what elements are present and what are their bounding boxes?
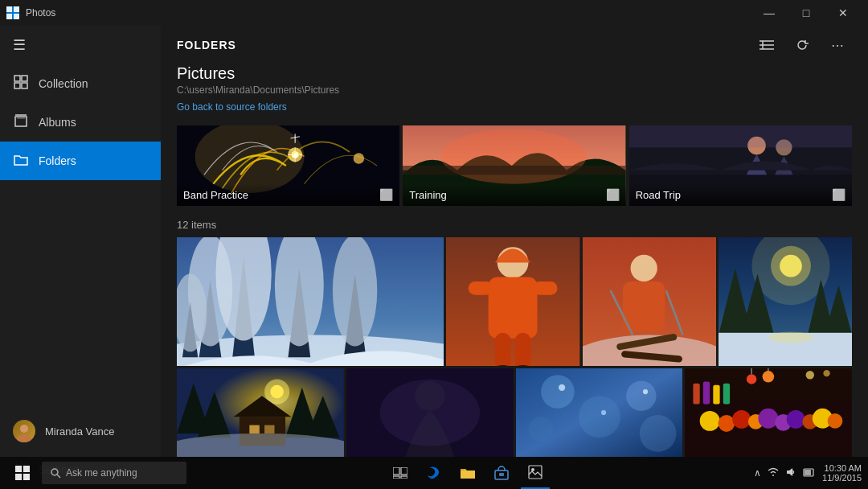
scroll-area[interactable]: Pictures C:\users\Miranda\Documents\Pict… — [161, 64, 868, 489]
svg-rect-123 — [499, 473, 504, 476]
photo-item-6[interactable] — [346, 368, 514, 457]
svg-rect-4 — [14, 76, 20, 81]
app-title: Photos — [26, 7, 55, 18]
svg-rect-7 — [22, 83, 27, 88]
svg-point-89 — [642, 389, 647, 394]
svg-rect-1 — [14, 6, 19, 12]
svg-rect-115 — [23, 474, 30, 480]
search-bar[interactable]: Ask me anything — [42, 462, 186, 484]
file-explorer-button[interactable] — [453, 457, 482, 489]
minimize-button[interactable]: — — [751, 0, 788, 26]
list-view-button[interactable] — [752, 31, 781, 60]
svg-point-84 — [626, 381, 656, 411]
taskbar-left: Ask me anything — [6, 457, 186, 489]
app-container: ☰ Collection Albums — [0, 26, 868, 489]
svg-point-85 — [528, 417, 553, 442]
volume-icon[interactable] — [785, 467, 796, 479]
edge-button[interactable] — [420, 457, 448, 489]
svg-point-22 — [354, 153, 365, 164]
pictures-section: Pictures C:\users\Miranda\Documents\Pict… — [177, 64, 852, 125]
svg-point-86 — [639, 415, 676, 452]
clock[interactable]: 10:30 AM 11/9/2015 — [822, 463, 862, 483]
folders-icon — [13, 152, 29, 170]
user-name: Miranda Vance — [45, 425, 114, 438]
svg-point-111 — [824, 370, 830, 376]
folder-label-band-practice: Band Practice ⬜ — [177, 183, 399, 206]
photo-item-5[interactable] — [177, 368, 344, 457]
svg-rect-113 — [23, 466, 30, 472]
hamburger-icon: ☰ — [13, 36, 26, 54]
svg-rect-75 — [264, 425, 274, 434]
svg-rect-112 — [15, 466, 22, 472]
more-options-button[interactable]: ⋯ — [823, 31, 852, 60]
albums-icon — [13, 113, 29, 131]
store-button[interactable] — [487, 457, 516, 489]
time-display: 10:30 AM — [822, 463, 862, 473]
avatar — [13, 420, 35, 442]
photo-item-1[interactable] — [177, 237, 444, 366]
start-button[interactable] — [6, 457, 39, 489]
svg-rect-102 — [694, 384, 700, 405]
hamburger-button[interactable]: ☰ — [0, 26, 161, 64]
svg-point-98 — [787, 410, 805, 429]
folder-card-road-trip[interactable]: Road Trip ⬜ — [629, 125, 852, 206]
folder-name-band-practice: Band Practice — [183, 189, 248, 201]
folder-name-training: Training — [409, 189, 446, 201]
svg-line-117 — [57, 475, 60, 478]
more-icon: ⋯ — [831, 38, 844, 53]
search-text: Ask me anything — [66, 467, 137, 479]
photo-row-1 — [177, 237, 852, 366]
folder-label-training: Training ⬜ — [403, 183, 625, 206]
search-icon — [50, 467, 61, 479]
svg-rect-48 — [533, 281, 557, 295]
collection-icon — [13, 75, 29, 92]
sidebar-item-albums[interactable]: Albums — [0, 103, 161, 142]
task-view-button[interactable] — [386, 457, 415, 489]
svg-point-94 — [732, 410, 751, 429]
svg-point-87 — [558, 384, 564, 391]
sidebar-item-collection[interactable]: Collection — [0, 64, 161, 103]
folder-label-road-trip: Road Trip ⬜ — [629, 183, 852, 206]
svg-point-125 — [531, 468, 534, 471]
refresh-button[interactable] — [788, 31, 817, 60]
system-tray: ∧ — [749, 467, 819, 479]
photo-item-8[interactable] — [685, 368, 852, 457]
network-icon[interactable] — [768, 467, 779, 479]
user-profile[interactable]: Miranda Vance — [0, 412, 161, 450]
taskbar-icons — [386, 457, 550, 489]
photo-item-3[interactable] — [583, 237, 716, 366]
pictures-title: Pictures — [177, 64, 852, 83]
toolbar-title: FOLDERS — [177, 39, 236, 51]
back-to-folders-link[interactable]: Go back to source folders — [177, 101, 287, 113]
sidebar-item-folders[interactable]: Folders — [0, 142, 161, 180]
svg-rect-105 — [723, 384, 730, 405]
svg-point-83 — [578, 396, 620, 438]
title-bar: Photos — □ ✕ — [0, 0, 868, 26]
svg-point-11 — [20, 425, 28, 433]
svg-rect-5 — [22, 76, 27, 81]
svg-rect-50 — [515, 333, 530, 366]
taskbar: Ask me anything — [0, 457, 868, 489]
svg-point-42 — [333, 237, 377, 346]
folder-card-training[interactable]: Training ⬜ — [403, 125, 625, 206]
main-content: FOLDERS ⋯ — [161, 26, 868, 489]
svg-point-67 — [768, 331, 813, 343]
photo-item-2[interactable] — [446, 237, 579, 366]
svg-point-116 — [51, 469, 58, 475]
chevron-up-icon[interactable]: ∧ — [754, 467, 761, 479]
svg-rect-6 — [14, 83, 20, 88]
maximize-button[interactable]: □ — [788, 0, 825, 26]
close-button[interactable]: ✕ — [825, 0, 862, 26]
svg-rect-103 — [703, 382, 710, 405]
photo-row-2 — [177, 368, 852, 457]
folder-card-band-practice[interactable]: Band Practice ⬜ — [177, 125, 399, 206]
photos-taskbar-button[interactable] — [521, 457, 550, 489]
folders-grid: Band Practice ⬜ — [177, 125, 852, 206]
notification-icon[interactable] — [803, 467, 814, 479]
folder-select-icon-2: ⬜ — [606, 188, 620, 201]
svg-rect-127 — [805, 470, 811, 475]
photo-item-4[interactable] — [719, 237, 852, 366]
svg-rect-30 — [403, 166, 625, 175]
svg-point-106 — [747, 374, 756, 384]
photo-item-7[interactable] — [516, 368, 683, 457]
